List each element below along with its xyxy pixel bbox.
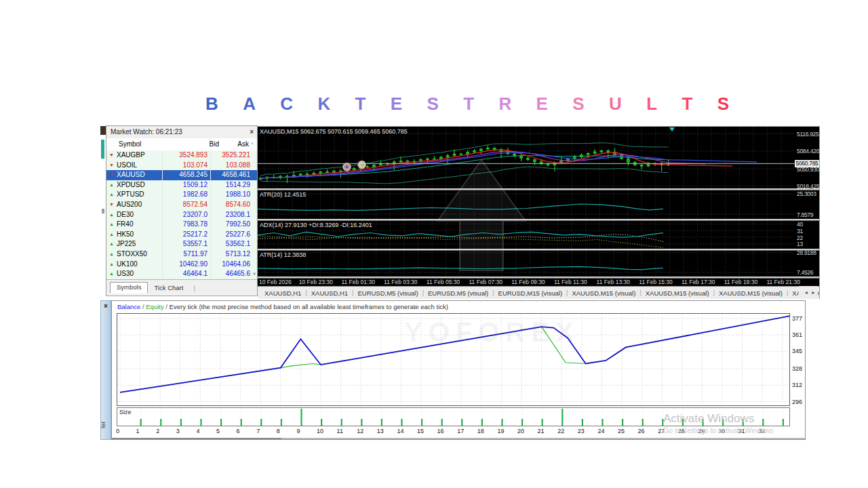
backtest-results-screen: BACKTESTRESULTS Market Watch: 06:21:23 ×…	[0, 0, 868, 488]
price-up-icon: ▲	[106, 190, 117, 200]
market-watch-tab-symbols[interactable]: Symbols	[110, 282, 148, 293]
chart-tab[interactable]: EURUSD,M5 (visual)	[357, 289, 418, 297]
price-scale-label: 5084.420	[797, 148, 818, 155]
x-axis-label: 31	[738, 428, 752, 434]
tester-graph-area: Balance / Equity / Every tick (the most …	[111, 300, 806, 440]
title-letter: R	[498, 94, 511, 115]
market-watch-row[interactable]: ▲STOXX505711.975713.12	[106, 249, 257, 260]
x-axis-label: 18	[477, 428, 491, 434]
pane-separator[interactable]	[258, 188, 819, 190]
pane-separator[interactable]	[258, 219, 819, 221]
market-watch-tab-tick-chart[interactable]: Tick Chart	[148, 284, 189, 291]
price-scale-label: 40	[797, 221, 818, 228]
chart-tab[interactable]: XAUUSD,M15 (visual)	[646, 289, 709, 297]
time-axis-label: 11 Feb 07:30	[469, 279, 502, 286]
ask-value: 23208.1	[210, 210, 257, 220]
size-bars-svg	[117, 408, 789, 426]
ask-value: 103.088	[210, 161, 257, 171]
chart-tab[interactable]: XAUUSD,H1	[264, 289, 301, 297]
title-letter: K	[317, 94, 330, 115]
title-letter: U	[609, 94, 622, 115]
title-letter: S	[427, 94, 439, 115]
x-axis-label: 16	[437, 428, 451, 434]
scroll-up-icon[interactable]: ^	[249, 138, 256, 150]
tester-side-strip: × ter	[100, 300, 111, 440]
x-axis-label: 7	[256, 428, 270, 434]
tab-scroll-arrow[interactable]: ►	[811, 290, 816, 295]
market-watch-row[interactable]: ▼AUS2008572.548574.60	[106, 200, 257, 210]
title-letter: E	[391, 94, 402, 115]
market-watch-row[interactable]: ▼XAUUSD4658.2454658.461	[106, 170, 257, 180]
chart-tab[interactable]: XAUUSD,M15 (visual)	[719, 289, 783, 297]
price-up-icon: ▲	[106, 269, 117, 279]
page-title: BACKTESTRESULTS	[205, 94, 729, 115]
market-watch-row[interactable]: ▲XPTUSD1982.681988.10	[106, 190, 257, 200]
adx-pane-label: ADX(14) 27.9130 +DI:8.3269 -DI:16.2401	[260, 222, 372, 228]
column-header-bid[interactable]: Bid	[177, 138, 219, 150]
title-letter: A	[243, 94, 256, 115]
chart-tab[interactable]: EURUSD,M15 (visual)	[498, 289, 563, 297]
x-axis-label: 25	[618, 428, 631, 434]
time-axis-label: 11 Feb 03:30	[384, 279, 417, 286]
bid-value: 46464.1	[162, 269, 210, 279]
tab-scroll-arrow[interactable]: ◄	[804, 290, 808, 295]
x-axis-label: 24	[597, 428, 611, 434]
chart-tab[interactable]: EURUSD,M5 (visual)	[428, 289, 488, 297]
tab-separator: |	[422, 289, 424, 296]
time-axis-label: 10 Feb 2026	[259, 279, 292, 286]
time-axis: 10 Feb 202610 Feb 23:3011 Feb 01:3011 Fe…	[258, 279, 819, 286]
trade-marker-icon: ◄	[358, 161, 366, 169]
bid-value: 103.074	[162, 161, 210, 171]
x-axis-label: 28	[678, 428, 692, 434]
price-down-icon: ▼	[106, 150, 117, 161]
market-watch-row[interactable]: ▲XPDUSD1509.121514.29	[106, 180, 257, 190]
time-axis-label: 11 Feb 01:30	[341, 279, 374, 286]
market-watch-row[interactable]: ▲UK10010462.9010464.06	[106, 260, 257, 270]
close-icon[interactable]: ×	[250, 126, 254, 138]
price-up-icon: ▲	[106, 239, 117, 249]
market-watch-row[interactable]: ▲FR407983.787992.50	[106, 220, 257, 230]
market-watch-row[interactable]: ▼XAUGBP3524.8933525.221	[106, 150, 257, 161]
tab-separator: |	[713, 289, 715, 296]
close-icon[interactable]: ×	[104, 302, 108, 310]
market-watch-row[interactable]: ▲JP22553557.153562.1	[106, 239, 257, 249]
title-letter: L	[646, 94, 657, 115]
trade-marker-icon	[342, 163, 351, 171]
symbol-name: XPTUSD	[117, 190, 162, 200]
scroll-down-icon[interactable]: v	[253, 270, 256, 277]
window-edge-artifact	[101, 140, 104, 159]
ask-value: 46465.6	[210, 269, 257, 279]
ask-value: 4658.461	[210, 170, 257, 180]
x-axis-label: 12	[357, 428, 370, 434]
tab-separator: |	[193, 284, 195, 291]
time-axis-label: 11 Feb 19:30	[724, 279, 757, 286]
ask-value: 8574.60	[210, 200, 257, 210]
y-axis-label: 361	[792, 331, 810, 338]
price-scale-label: 25.3003	[797, 190, 818, 197]
price-scale-label: 5116.925	[797, 131, 818, 138]
price-up-icon: ▲	[106, 220, 117, 230]
price-up-icon: ▲	[106, 260, 117, 270]
x-axis-label: 14	[397, 428, 410, 434]
scrollbar-thumb[interactable]	[112, 438, 281, 439]
price-scale-label: 31	[797, 228, 818, 235]
chart-tab[interactable]: XAUUSD,H1	[311, 289, 348, 297]
pane-separator[interactable]	[258, 249, 819, 251]
ask-value: 1514.29	[210, 180, 257, 190]
column-header-symbol[interactable]: Symbol	[106, 138, 177, 150]
ask-value: 3525.221	[210, 150, 257, 161]
market-watch-row[interactable]: ▲US3046464.146465.6	[106, 269, 257, 279]
atr14-pane-label: ATR(14) 12.3838	[260, 251, 306, 258]
y-axis-label: 312	[792, 382, 810, 388]
tester-legend: Balance / Equity / Every tick (the most …	[117, 303, 448, 310]
market-watch-title: Market Watch: 06:21:23	[106, 128, 182, 136]
y-axis-label: 328	[792, 365, 810, 372]
bid-value: 5711.97	[162, 249, 210, 260]
title-letter: B	[205, 94, 218, 115]
market-watch-row[interactable]: ▲DE3023207.023208.1	[106, 210, 257, 220]
chart-tab[interactable]: XAUUSD,M15 (visual)	[572, 289, 635, 297]
time-axis-label: 11 Feb 15:30	[639, 279, 672, 286]
market-watch-row[interactable]: ▲HK5025217.225227.6	[106, 230, 257, 240]
market-watch-row[interactable]: ▼USOIL103.074103.088	[106, 161, 257, 171]
column-header-ask[interactable]: Ask	[219, 138, 249, 150]
